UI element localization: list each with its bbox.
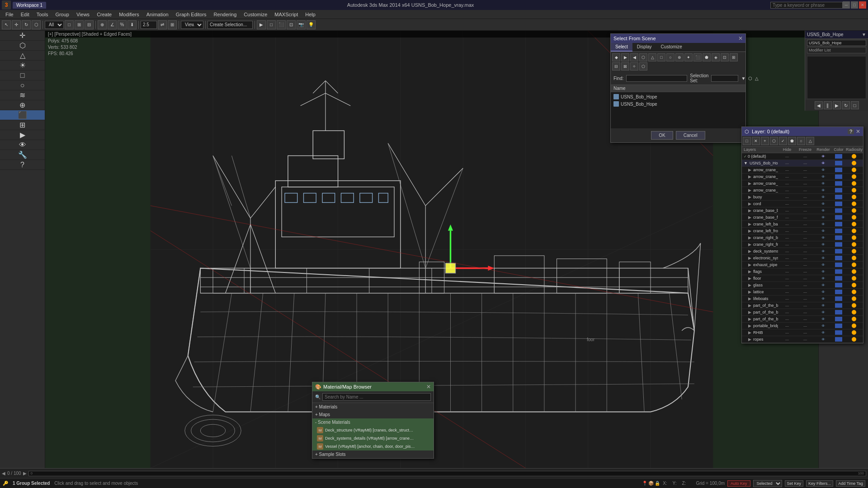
layer-row-crane-base-bac[interactable]: ▶crane_base_bac——👁 bbox=[742, 207, 863, 214]
sfs-tool-6[interactable]: □ bbox=[657, 53, 665, 61]
maximize-button[interactable]: □ bbox=[851, 1, 858, 9]
menu-customize[interactable]: Customize bbox=[240, 11, 271, 18]
layer-row-part3[interactable]: ▶part_of_the_brc——👁 bbox=[742, 316, 863, 323]
tool-crossing[interactable]: ⊟ bbox=[85, 20, 94, 29]
sfs-tool-7[interactable]: ○ bbox=[666, 53, 675, 61]
tool-angle-snap[interactable]: ∠ bbox=[108, 20, 117, 29]
layer-row-crane-right-bad[interactable]: ▶crane_right_bad——👁 bbox=[742, 235, 863, 241]
mb-search-input[interactable] bbox=[322, 393, 431, 401]
layer-close-btn[interactable]: ✕ bbox=[856, 128, 860, 135]
menu-modifiers[interactable]: Modifiers bbox=[115, 11, 143, 18]
tool-render-prev[interactable]: ⊡ bbox=[287, 20, 296, 29]
sfs-tool-14[interactable]: ⊞ bbox=[730, 53, 738, 61]
sfs-selset-btn[interactable]: ▼ bbox=[741, 76, 745, 81]
layer-row-electronic[interactable]: ▶electronic_syste——👁 bbox=[742, 255, 863, 262]
view-dropdown[interactable]: View bbox=[181, 21, 203, 29]
tool-display[interactable]: 👁 bbox=[0, 140, 45, 150]
layer-row-arrow-crane-lef2[interactable]: ▶arrow_crane_lef——👁 bbox=[742, 174, 863, 180]
timeline-back-btn[interactable]: ◀ bbox=[2, 471, 5, 476]
timeline-forward-btn[interactable]: ▶ bbox=[23, 471, 27, 476]
sfs-tool-5[interactable]: △ bbox=[648, 53, 656, 61]
mod-name-input[interactable] bbox=[807, 40, 866, 46]
select-type-dropdown[interactable]: All bbox=[45, 21, 64, 29]
tool-spinner-snap[interactable]: ⬇ bbox=[127, 20, 137, 29]
sfs-tool-11[interactable]: ⬟ bbox=[703, 53, 711, 61]
tool-rotate[interactable]: ↻ bbox=[22, 20, 31, 29]
tool-cameras[interactable]: □ bbox=[0, 70, 45, 80]
sfs-tab-display[interactable]: Display bbox=[632, 43, 656, 52]
layer-row-rhib[interactable]: ▶RHIB——👁 bbox=[742, 329, 863, 336]
layer-row-part1[interactable]: ▶part_of_the_brc——👁 bbox=[742, 302, 863, 309]
menu-views[interactable]: Views bbox=[73, 11, 93, 18]
sfs-tool-18[interactable]: ⬠ bbox=[639, 62, 647, 70]
layer-row-flags[interactable]: ▶flags——👁 bbox=[742, 268, 863, 275]
sfs-close-button[interactable]: ✕ bbox=[738, 35, 743, 42]
timeline-bar[interactable]: 0 100 bbox=[28, 471, 866, 476]
search-input[interactable] bbox=[770, 2, 843, 9]
layer-delete-btn[interactable]: ✕ bbox=[752, 137, 760, 145]
tool-systems[interactable]: ⊕ bbox=[0, 100, 45, 110]
spinner-value-input[interactable] bbox=[141, 21, 157, 29]
layer-help-btn[interactable]: ? bbox=[848, 129, 854, 134]
add-time-tag-button[interactable]: Add Time Tag bbox=[836, 480, 865, 487]
layer-row-crane-left-front[interactable]: ▶crane_left_front——👁 bbox=[742, 228, 863, 235]
layer-row-glass[interactable]: ▶glass——👁 bbox=[742, 282, 863, 289]
tool-snap[interactable]: ⊕ bbox=[98, 20, 107, 29]
menu-graph-editors[interactable]: Graph Editors bbox=[172, 11, 210, 18]
layer-color-swatch-usns[interactable] bbox=[835, 161, 842, 165]
mb-sample-slots-header[interactable]: + Sample Slots bbox=[312, 450, 434, 458]
mb-scene-materials-header[interactable]: - Scene Materials bbox=[312, 418, 434, 426]
layer-freeze-btn[interactable]: ⬡ bbox=[770, 137, 778, 145]
layer-row-floor[interactable]: ▶floor——👁 bbox=[742, 275, 863, 282]
layer-row-exhaust[interactable]: ▶exhaust_pipe——👁 bbox=[742, 262, 863, 268]
sfs-col2-btn[interactable]: △ bbox=[755, 76, 759, 81]
sfs-find-input[interactable] bbox=[626, 75, 687, 82]
tool-open-mini[interactable]: □ bbox=[267, 20, 276, 29]
layer-row-lifeboats[interactable]: ▶lifeboats——👁 bbox=[742, 296, 863, 302]
menu-create[interactable]: Create bbox=[93, 11, 115, 18]
sfs-tool-16[interactable]: ⊠ bbox=[621, 62, 629, 70]
tool-shapes[interactable]: △ bbox=[0, 51, 45, 61]
layer-row-usns[interactable]: ▼USNS_Bob_Hope🔒 — — 👁 bbox=[742, 160, 863, 167]
sfs-tool-2[interactable]: ▶ bbox=[621, 53, 629, 61]
layer-check-btn[interactable]: ✓ bbox=[779, 137, 787, 145]
tool-light[interactable]: 💡 bbox=[307, 20, 316, 29]
sfs-tool-9[interactable]: ✦ bbox=[684, 53, 693, 61]
layer-row-arrow-crane-lef[interactable]: ▶arrow_crane_lef——👁 bbox=[742, 167, 863, 174]
layer-row-crane-right-fror[interactable]: ▶crane_right_fror——👁 bbox=[742, 241, 863, 248]
sfs-tool-8[interactable]: ⊕ bbox=[675, 53, 684, 61]
layer-obj-btn[interactable]: ⬟ bbox=[788, 137, 796, 145]
menu-rendering[interactable]: Rendering bbox=[210, 11, 241, 18]
sfs-tab-select[interactable]: Select bbox=[611, 43, 632, 52]
layer-row-ropes[interactable]: ▶ropes——👁 bbox=[742, 336, 863, 343]
layer-row-arrow-crane-rig[interactable]: ▶arrow_crane_rig——👁 bbox=[742, 180, 863, 187]
sfs-tool-3[interactable]: ◀ bbox=[630, 53, 638, 61]
sfs-tool-12[interactable]: ◈ bbox=[712, 53, 720, 61]
key-filters-button[interactable]: Key Filters... bbox=[806, 480, 833, 487]
layer-circle-btn[interactable]: ○ bbox=[797, 137, 805, 145]
tool-hierarchy[interactable]: ⊞ bbox=[0, 120, 45, 130]
tool-mods-select[interactable]: ⬛ bbox=[0, 110, 45, 120]
tool-helpers[interactable]: ○ bbox=[0, 80, 45, 90]
layer-add-btn[interactable]: + bbox=[761, 137, 769, 145]
layer-row-arrow-crane-rig2[interactable]: ▶arrow_crane_rig——👁 bbox=[742, 187, 863, 194]
layer-row-part2[interactable]: ▶part_of_the_brc——👁 bbox=[742, 309, 863, 316]
layer-new-btn[interactable]: □ bbox=[743, 137, 751, 145]
tool-mirror[interactable]: ⇌ bbox=[158, 20, 167, 29]
menu-group[interactable]: Group bbox=[52, 11, 73, 18]
sfs-selset-input[interactable] bbox=[711, 75, 738, 82]
tool-window[interactable]: ⊞ bbox=[75, 20, 84, 29]
menu-maxscript[interactable]: MAXScript bbox=[271, 11, 302, 18]
sfs-item-1[interactable]: USNS_Bob_Hope bbox=[612, 100, 745, 108]
tool-align[interactable]: ⊞ bbox=[168, 20, 177, 29]
layer-row-portable-bridge[interactable]: ▶portable_bridge——👁 bbox=[742, 323, 863, 329]
layer-row-buoy[interactable]: ▶buoy——👁 bbox=[742, 194, 863, 201]
tool-spacewarps[interactable]: ≋ bbox=[0, 90, 45, 100]
tool-camera[interactable]: 📷 bbox=[297, 20, 306, 29]
layer-row-crane-base-fror[interactable]: ▶crane_base_fror——👁 bbox=[742, 214, 863, 221]
layer-row-lattice[interactable]: ▶lattice——👁 bbox=[742, 289, 863, 296]
tool-max-script[interactable]: ? bbox=[0, 160, 45, 170]
tool-create[interactable]: ✛ bbox=[0, 31, 45, 41]
layer-row-crane-left-back[interactable]: ▶crane_left_back——👁 bbox=[742, 221, 863, 228]
sfs-tool-1[interactable]: ◆ bbox=[612, 53, 620, 61]
